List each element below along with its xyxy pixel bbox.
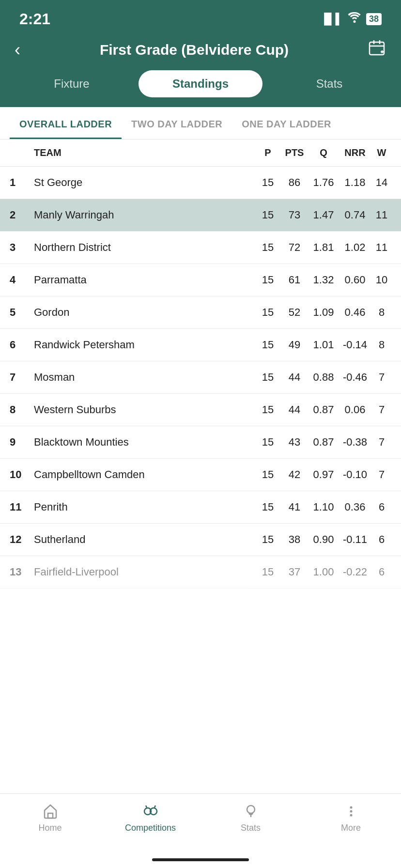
table-row: 11 Penrith 15 41 1.10 0.36 6 bbox=[0, 491, 401, 524]
header-w: W bbox=[372, 147, 391, 158]
row-nrr: -0.22 bbox=[338, 566, 372, 578]
row-rank: 10 bbox=[10, 468, 34, 481]
table-row: 3 Northern District 15 72 1.81 1.02 11 bbox=[0, 232, 401, 264]
row-w: 7 bbox=[372, 468, 391, 481]
row-q: 0.88 bbox=[309, 371, 338, 384]
row-q: 1.09 bbox=[309, 306, 338, 319]
header-q: Q bbox=[309, 147, 338, 158]
tab-two-day-ladder[interactable]: TWO DAY LADDER bbox=[122, 107, 232, 139]
svg-point-12 bbox=[350, 810, 352, 813]
nav-stats[interactable]: Stats bbox=[200, 799, 301, 837]
row-q: 0.87 bbox=[309, 436, 338, 449]
row-pts: 49 bbox=[280, 339, 309, 351]
home-bar bbox=[0, 852, 401, 868]
header-p: P bbox=[256, 147, 280, 158]
table-row: 12 Sutherland 15 38 0.90 -0.11 6 bbox=[0, 524, 401, 556]
tab-standings[interactable]: Standings bbox=[139, 70, 262, 97]
back-button[interactable]: ‹ bbox=[15, 41, 20, 59]
row-pts: 37 bbox=[280, 566, 309, 578]
header-pts: PTS bbox=[280, 147, 309, 158]
row-w: 8 bbox=[372, 339, 391, 351]
table-row: 7 Mosman 15 44 0.88 -0.46 7 bbox=[0, 361, 401, 394]
row-pts: 44 bbox=[280, 371, 309, 384]
table-row: 6 Randwick Petersham 15 49 1.01 -0.14 8 bbox=[0, 329, 401, 361]
row-team: Gordon bbox=[34, 306, 256, 319]
row-p: 15 bbox=[256, 436, 280, 449]
row-q: 1.00 bbox=[309, 566, 338, 578]
row-team: Randwick Petersham bbox=[34, 339, 256, 351]
bottom-nav: Home Competitions Stats More bbox=[0, 793, 401, 852]
nav-competitions[interactable]: Competitions bbox=[100, 799, 200, 837]
tab-fixture[interactable]: Fixture bbox=[10, 70, 134, 97]
table-row: 4 Parramatta 15 61 1.32 0.60 10 bbox=[0, 264, 401, 296]
row-p: 15 bbox=[256, 306, 280, 319]
row-pts: 41 bbox=[280, 501, 309, 513]
row-pts: 86 bbox=[280, 176, 309, 189]
row-p: 15 bbox=[256, 371, 280, 384]
row-nrr: -0.38 bbox=[338, 436, 372, 449]
tab-stats[interactable]: Stats bbox=[267, 70, 391, 97]
wifi-icon bbox=[348, 12, 361, 26]
table-row: 13 Fairfield-Liverpool 15 37 1.00 -0.22 … bbox=[0, 556, 401, 589]
nav-stats-label: Stats bbox=[241, 823, 261, 833]
table-header: TEAM P PTS Q NRR W bbox=[0, 140, 401, 167]
row-p: 15 bbox=[256, 176, 280, 189]
row-team: Campbelltown Camden bbox=[34, 468, 256, 481]
row-rank: 4 bbox=[10, 274, 34, 286]
row-q: 1.32 bbox=[309, 274, 338, 286]
row-q: 0.87 bbox=[309, 403, 338, 416]
row-w: 7 bbox=[372, 371, 391, 384]
row-nrr: -0.10 bbox=[338, 468, 372, 481]
table-row: 1 St George 15 86 1.76 1.18 14 bbox=[0, 167, 401, 199]
row-w: 14 bbox=[372, 176, 391, 189]
row-w: 8 bbox=[372, 306, 391, 319]
row-team: Northern District bbox=[34, 241, 256, 254]
nav-home-label: Home bbox=[38, 823, 62, 833]
row-w: 6 bbox=[372, 533, 391, 546]
row-w: 11 bbox=[372, 209, 391, 221]
row-team: Western Suburbs bbox=[34, 403, 256, 416]
row-pts: 73 bbox=[280, 209, 309, 221]
row-rank: 11 bbox=[10, 501, 34, 513]
row-nrr: 0.60 bbox=[338, 274, 372, 286]
tab-one-day-ladder[interactable]: ONE DAY LADDER bbox=[232, 107, 341, 139]
row-rank: 3 bbox=[10, 241, 34, 254]
svg-point-9 bbox=[247, 806, 255, 813]
row-nrr: 1.02 bbox=[338, 241, 372, 254]
row-rank: 6 bbox=[10, 339, 34, 351]
row-team: Fairfield-Liverpool bbox=[34, 566, 256, 578]
row-q: 1.81 bbox=[309, 241, 338, 254]
row-p: 15 bbox=[256, 566, 280, 578]
row-pts: 43 bbox=[280, 436, 309, 449]
row-rank: 2 bbox=[10, 209, 34, 221]
row-p: 15 bbox=[256, 533, 280, 546]
row-team: Manly Warringah bbox=[34, 209, 256, 221]
calendar-add-icon[interactable] bbox=[368, 39, 386, 61]
table-row: 5 Gordon 15 52 1.09 0.46 8 bbox=[0, 296, 401, 329]
row-q: 1.01 bbox=[309, 339, 338, 351]
nav-more[interactable]: More bbox=[301, 799, 401, 837]
table-row: 10 Campbelltown Camden 15 42 0.97 -0.10 … bbox=[0, 459, 401, 491]
nav-home[interactable]: Home bbox=[0, 799, 100, 837]
row-p: 15 bbox=[256, 209, 280, 221]
row-pts: 44 bbox=[280, 403, 309, 416]
row-p: 15 bbox=[256, 403, 280, 416]
ladder-tab-bar: OVERALL LADDER TWO DAY LADDER ONE DAY LA… bbox=[0, 107, 401, 140]
row-pts: 42 bbox=[280, 468, 309, 481]
signal-icon: ▐▌▌ bbox=[320, 13, 343, 25]
header-nrr: NRR bbox=[338, 147, 372, 158]
header: ‹ First Grade (Belvidere Cup) bbox=[0, 34, 401, 70]
row-team: Parramatta bbox=[34, 274, 256, 286]
row-q: 1.47 bbox=[309, 209, 338, 221]
svg-rect-6 bbox=[48, 813, 53, 818]
row-w: 7 bbox=[372, 436, 391, 449]
row-nrr: 0.36 bbox=[338, 501, 372, 513]
row-w: 7 bbox=[372, 403, 391, 416]
row-p: 15 bbox=[256, 339, 280, 351]
nav-competitions-label: Competitions bbox=[125, 823, 176, 833]
tab-overall-ladder[interactable]: OVERALL LADDER bbox=[10, 107, 122, 139]
row-w: 10 bbox=[372, 274, 391, 286]
row-rank: 13 bbox=[10, 566, 34, 578]
row-p: 15 bbox=[256, 501, 280, 513]
status-time: 2:21 bbox=[19, 10, 50, 28]
